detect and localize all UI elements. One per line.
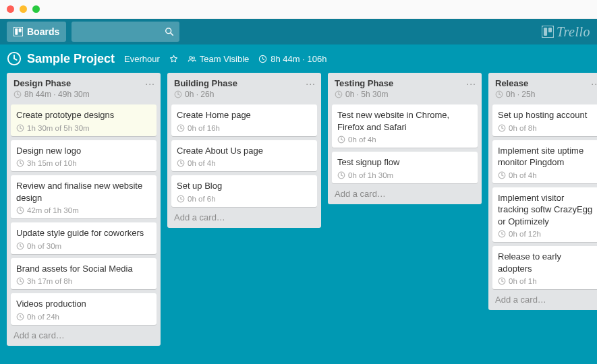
- list: Release···0h · 25hSet up hosting account…: [488, 73, 597, 310]
- list-title[interactable]: Design Phase: [13, 78, 154, 88]
- clock-icon: [177, 195, 185, 203]
- card-title: Videos production: [16, 298, 151, 310]
- svg-rect-2: [19, 28, 22, 32]
- card[interactable]: Set up Blog0h of 6h: [171, 175, 317, 207]
- list-menu-button[interactable]: ···: [306, 78, 316, 89]
- card-title: Brand assets for Social Media: [16, 263, 151, 275]
- list-subtitle: 8h 44m · 49h 30m: [13, 90, 154, 99]
- card[interactable]: Design new logo3h 15m of 10h: [11, 140, 157, 172]
- clock-icon: [16, 124, 24, 132]
- card-title: Implement site uptime monitor Pingdom: [498, 145, 597, 169]
- svg-line-10: [14, 59, 17, 60]
- card-time-meta: 0h of 1h 30m: [337, 171, 472, 179]
- card[interactable]: Set up hosting account0h of 8h: [492, 104, 597, 136]
- star-icon: [169, 55, 178, 63]
- svg-rect-1: [15, 28, 18, 34]
- card[interactable]: Release to early adopters0h of 1h: [492, 246, 597, 289]
- clock-icon: [177, 124, 185, 132]
- window-minimize-dot[interactable]: [20, 5, 27, 13]
- window-titlebar: [0, 0, 597, 19]
- card[interactable]: Brand assets for Social Media3h 17m of 8…: [11, 258, 157, 290]
- card-title: Set up hosting account: [498, 109, 597, 121]
- list: Testing Phase···0h · 5h 30mTest new webs…: [328, 73, 482, 204]
- card-time-meta: 1h 30m of 5h 30m: [16, 124, 151, 132]
- boards-button[interactable]: Boards: [7, 22, 66, 42]
- clock-icon: [174, 90, 182, 98]
- list: Design Phase···8h 44m · 49h 30mCreate pr…: [7, 73, 161, 346]
- list-title[interactable]: Building Phase: [174, 78, 314, 88]
- window-zoom-dot[interactable]: [32, 5, 40, 13]
- clock-icon: [498, 171, 506, 179]
- card[interactable]: Create prototype designs1h 30m of 5h 30m: [11, 104, 157, 136]
- clock-icon: [177, 159, 185, 167]
- add-card-button[interactable]: Add a card…: [328, 183, 482, 200]
- time-summary[interactable]: 8h 44m · 106h: [258, 54, 326, 64]
- add-card-button[interactable]: Add a card…: [167, 207, 321, 224]
- svg-line-39: [178, 94, 179, 95]
- brand-text: Trello: [557, 24, 590, 40]
- clock-icon: [337, 171, 345, 179]
- svg-line-54: [341, 140, 343, 140]
- svg-line-57: [341, 175, 343, 176]
- clock-icon: [335, 90, 343, 98]
- svg-line-21: [20, 128, 22, 129]
- svg-line-45: [181, 163, 182, 164]
- card-time-meta: 3h 15m of 10h: [16, 159, 151, 167]
- card-title: Release to early adopters: [498, 251, 597, 274]
- clock-icon: [498, 124, 506, 132]
- boards-icon: [13, 27, 23, 36]
- card-time-meta: 0h of 12h: [498, 230, 597, 238]
- brand-logo[interactable]: Trello: [542, 24, 590, 40]
- search-input[interactable]: [72, 22, 179, 42]
- board-area: Sample Project Everhour Team Visible 8h …: [0, 44, 597, 364]
- card[interactable]: Review and finalise new website design42…: [11, 175, 157, 218]
- list-title[interactable]: Release: [495, 78, 597, 88]
- clock-icon: [16, 277, 24, 285]
- svg-line-15: [263, 59, 264, 59]
- card[interactable]: Videos production0h of 24h: [11, 293, 157, 325]
- window-close-dot[interactable]: [7, 5, 14, 13]
- card[interactable]: Implement visitor tracking softw CrazyEg…: [492, 187, 597, 243]
- search-icon: [165, 27, 174, 36]
- star-button[interactable]: [169, 55, 178, 63]
- card[interactable]: Create About Us page0h of 4h: [171, 140, 317, 172]
- visibility-button[interactable]: Team Visible: [188, 54, 249, 64]
- svg-line-63: [502, 128, 503, 129]
- svg-rect-6: [544, 28, 547, 36]
- card-title: Review and finalise new website design: [16, 180, 151, 204]
- clock-icon: [16, 313, 24, 321]
- list-menu-button[interactable]: ···: [591, 78, 597, 89]
- add-card-button[interactable]: Add a card…: [488, 289, 597, 306]
- svg-line-66: [502, 175, 503, 176]
- list-menu-button[interactable]: ···: [466, 78, 476, 89]
- list-title[interactable]: Testing Phase: [335, 78, 475, 88]
- svg-line-48: [181, 199, 182, 200]
- card[interactable]: Test new website in Chrome, Firefox and …: [332, 104, 478, 148]
- app-topbar: Boards Trello: [0, 19, 597, 44]
- list-menu-button[interactable]: ···: [145, 78, 155, 89]
- svg-line-42: [181, 128, 182, 129]
- card-title: Create About Us page: [177, 145, 312, 157]
- cards-container: Set up hosting account0h of 8hImplement …: [488, 102, 597, 289]
- board-title[interactable]: Sample Project: [7, 51, 115, 66]
- clock-icon: [258, 55, 267, 63]
- powerup-label[interactable]: Everhour: [124, 54, 160, 64]
- svg-line-60: [499, 94, 501, 95]
- card[interactable]: Update style guide for coworkers0h of 30…: [11, 222, 157, 254]
- clock-icon: [498, 230, 506, 238]
- card[interactable]: Implement site uptime monitor Pingdom0h …: [492, 140, 597, 183]
- card-time-meta: 0h of 6h: [177, 195, 312, 203]
- card[interactable]: Create Home page0h of 16h: [171, 104, 317, 136]
- clock-icon: [495, 90, 503, 98]
- list-header: Design Phase···8h 44m · 49h 30m: [7, 73, 161, 102]
- add-card-button[interactable]: Add a card…: [7, 325, 161, 342]
- boards-label: Boards: [27, 26, 59, 37]
- timer-icon: [7, 51, 22, 66]
- svg-line-33: [20, 281, 22, 282]
- card-title: Test signup flow: [337, 156, 472, 169]
- cards-container: Test new website in Chrome, Firefox and …: [328, 102, 482, 183]
- card[interactable]: Test signup flow0h of 1h 30m: [332, 152, 478, 183]
- card-time-meta: 0h of 4h: [498, 171, 597, 179]
- card-title: Design new logo: [16, 145, 151, 157]
- svg-line-24: [20, 163, 22, 164]
